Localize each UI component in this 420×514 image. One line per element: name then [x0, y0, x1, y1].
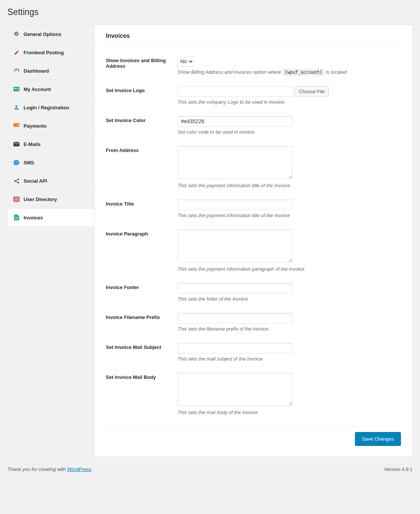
sidebar-item-label: Login / Registration: [24, 105, 69, 110]
invoice-paragraph-textarea[interactable]: [178, 229, 292, 262]
help-color: Set color code to be used in invoice: [178, 129, 401, 135]
sidebar: General Options Frontend Posting Dashboa…: [8, 25, 95, 457]
gear-icon: [13, 31, 20, 37]
sidebar-item-label: Dashboard: [24, 68, 49, 74]
svg-rect-15: [14, 197, 19, 198]
from-address-textarea[interactable]: [178, 146, 292, 179]
svg-point-6: [15, 162, 16, 162]
comment-icon: [13, 159, 20, 166]
sidebar-item-user-directory[interactable]: User Directory: [8, 190, 94, 209]
list-icon: [13, 196, 20, 203]
sidebar-item-label: SMS: [24, 160, 34, 165]
invoice-color-input[interactable]: [178, 116, 292, 127]
help-from-address: This sets the payment information title …: [178, 183, 401, 188]
sidebar-item-social-api[interactable]: Social API: [8, 172, 94, 190]
svg-rect-19: [15, 217, 18, 218]
sidebar-item-sms[interactable]: SMS: [8, 153, 94, 172]
label-invoice-title: Invoice Title: [106, 200, 178, 207]
svg-rect-14: [13, 197, 19, 201]
sidebar-item-label: E-Mails: [24, 142, 41, 147]
id-card-icon: [13, 86, 20, 92]
sidebar-item-invoices[interactable]: Invoices: [8, 209, 94, 227]
wordpress-link[interactable]: WordPress: [67, 466, 91, 472]
help-invoice-title: This sets the payment information title …: [178, 213, 401, 218]
file-icon: [13, 214, 20, 221]
help-invoice-paragraph: This sets the payment information paragr…: [178, 266, 401, 272]
user-icon: [13, 104, 20, 111]
svg-point-7: [16, 162, 17, 162]
invoice-footer-input[interactable]: [178, 283, 292, 294]
svg-rect-18: [14, 200, 19, 201]
svg-rect-17: [14, 200, 19, 200]
svg-rect-4: [13, 123, 19, 127]
label-mail-body: Set Invoice Mail Body: [106, 373, 178, 380]
filename-prefix-input[interactable]: [178, 313, 292, 323]
help-filename-prefix: This sets the filename prefix of the Inv…: [178, 326, 401, 332]
footer: Thank you for creating with WordPress. V…: [0, 457, 420, 478]
save-changes-button[interactable]: Save Changes: [355, 432, 401, 445]
mail-subject-input[interactable]: [178, 343, 292, 353]
svg-line-13: [15, 181, 18, 182]
sidebar-item-label: General Options: [24, 31, 61, 37]
sidebar-item-dashboard[interactable]: Dashboard: [8, 62, 94, 80]
label-invoice-logo: Set Invoice Logo: [106, 86, 178, 93]
edit-icon: [13, 49, 20, 56]
sidebar-item-general-options[interactable]: General Options: [8, 25, 94, 43]
label-mail-subject: Set Invoice Mail Subject: [106, 343, 178, 350]
sidebar-item-payments[interactable]: Payments: [8, 117, 94, 135]
cart-icon: [13, 122, 20, 129]
share-icon: [13, 177, 20, 184]
main-title: Invoices: [106, 33, 401, 45]
sidebar-item-label: Frontend Posting: [24, 50, 64, 55]
show-invoices-select[interactable]: No: [178, 56, 194, 67]
label-show-invoices: Show Invoices and Billing Address: [106, 56, 178, 69]
dashboard-icon: [13, 67, 20, 74]
label-from-address: From Address: [106, 146, 178, 153]
page-title: Settings: [7, 4, 413, 25]
footer-text: Thank you for creating with: [7, 466, 67, 472]
main-panel: Invoices Show Invoices and Billing Addre…: [95, 25, 412, 457]
svg-point-1: [15, 88, 16, 89]
envelope-icon: [13, 141, 20, 147]
invoice-title-input[interactable]: [178, 200, 292, 210]
help-logo: This sets the company Logo to be used in…: [178, 99, 401, 105]
sidebar-item-label: Payments: [24, 123, 46, 129]
settings-container: General Options Frontend Posting Dashboa…: [7, 25, 413, 457]
svg-line-12: [15, 179, 18, 180]
sidebar-item-my-account[interactable]: My Account: [8, 80, 94, 98]
svg-point-8: [17, 162, 18, 162]
sidebar-item-label: Social API: [24, 178, 47, 184]
help-show-invoices: Show Billing Address and Invoices option…: [178, 69, 401, 75]
svg-rect-2: [17, 88, 19, 88]
help-mail-subject: This sets the mail subject of the Invoic…: [178, 356, 401, 362]
sidebar-item-label: Invoices: [24, 215, 43, 220]
mail-body-textarea[interactable]: [178, 373, 292, 406]
label-filename-prefix: Invoice Filename Prefix: [106, 313, 178, 320]
sidebar-item-login-registration[interactable]: Login / Registration: [8, 98, 94, 117]
sidebar-item-frontend-posting[interactable]: Frontend Posting: [8, 43, 94, 62]
sidebar-item-emails[interactable]: E-Mails: [8, 135, 94, 153]
sidebar-item-label: My Account: [24, 86, 51, 92]
label-invoice-footer: Invoice Footer: [106, 283, 178, 290]
svg-rect-20: [15, 218, 18, 218]
label-invoice-paragraph: Invoice Paragraph: [106, 229, 178, 237]
choose-file-button[interactable]: Choose File: [295, 86, 329, 97]
svg-rect-16: [14, 198, 19, 199]
svg-rect-21: [15, 219, 17, 219]
help-mail-body: This sets the mail body of the Invoice: [178, 410, 401, 415]
logo-file-display: [178, 86, 292, 97]
version-text: Version 4.9.1: [384, 466, 413, 472]
svg-rect-3: [17, 89, 19, 89]
help-invoice-footer: This sets the fotter of the Invoice: [178, 296, 401, 302]
sidebar-item-label: User Directory: [24, 197, 57, 202]
label-invoice-color: Set Invoice Color: [106, 116, 178, 123]
